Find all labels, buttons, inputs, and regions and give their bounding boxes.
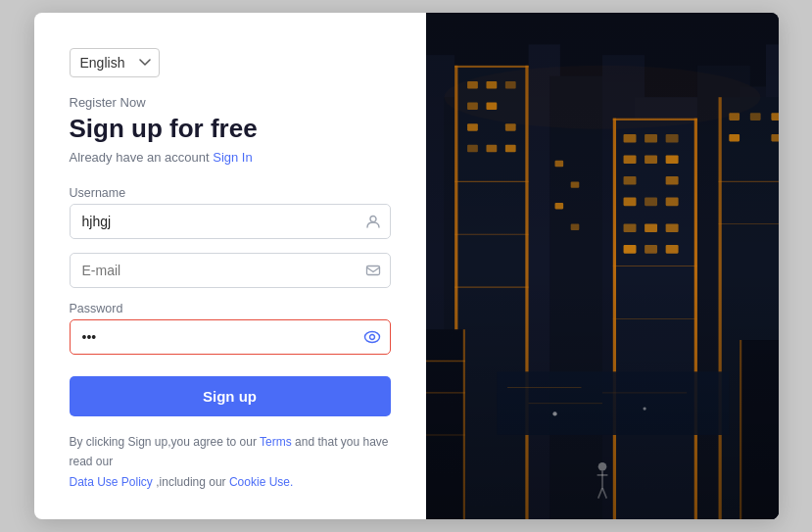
form-side: English French Spanish German Chinese Re… — [34, 13, 426, 519]
main-title: Sign up for free — [70, 114, 391, 144]
signin-line: Already have an account Sign In — [70, 150, 391, 165]
password-field-group: Password — [70, 302, 391, 355]
terms-text-1: By clicking Sign up,you agree to our — [70, 435, 257, 449]
data-use-policy-link[interactable]: Data Use Policy — [70, 475, 153, 489]
password-input[interactable] — [70, 319, 391, 355]
eye-icon[interactable] — [363, 330, 381, 344]
username-input-wrap — [70, 204, 391, 239]
email-input-wrap — [70, 253, 391, 288]
svg-rect-93 — [426, 13, 779, 519]
signup-button[interactable]: Sign up — [70, 376, 391, 416]
signin-text: Already have an account — [70, 150, 210, 165]
main-card: English French Spanish German Chinese Re… — [34, 13, 779, 519]
svg-point-2 — [364, 331, 379, 342]
signin-link[interactable]: Sign In — [213, 150, 252, 165]
password-label: Password — [70, 302, 391, 315]
terms-text-3: ,including our — [156, 475, 225, 489]
register-label: Register Now — [70, 95, 391, 110]
terms-text: By clicking Sign up,you agree to our Ter… — [70, 432, 391, 492]
username-label: Username — [70, 186, 391, 200]
email-field-group — [70, 253, 391, 288]
email-input[interactable] — [70, 253, 391, 288]
username-field-group: Username — [70, 186, 391, 239]
language-select[interactable]: English French Spanish German Chinese — [70, 48, 160, 77]
city-image-side — [426, 13, 779, 519]
username-input[interactable] — [70, 204, 391, 239]
password-input-wrap — [70, 319, 391, 355]
cookie-use-link[interactable]: Cookie Use. — [229, 475, 293, 489]
terms-link[interactable]: Terms — [260, 435, 292, 449]
svg-point-3 — [369, 334, 374, 339]
language-selector-wrap[interactable]: English French Spanish German Chinese — [70, 48, 391, 77]
